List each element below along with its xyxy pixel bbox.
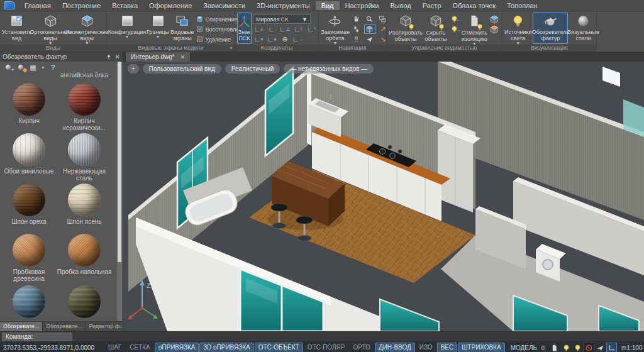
- material-item-brick-ceramic[interactable]: Кирпич керамически...: [57, 83, 112, 133]
- panel-close-icon[interactable]: ✕: [115, 53, 120, 60]
- pan-icon[interactable]: [351, 14, 362, 24]
- fly-icon[interactable]: [364, 35, 375, 44]
- ucs-angle-icon[interactable]: ∟∠: [279, 25, 291, 34]
- viewport-config-button[interactable]: Конфигурация ▼: [109, 13, 145, 44]
- material-item-ash[interactable]: Шпон ясень: [57, 184, 112, 234]
- daylight-icon[interactable]: [561, 343, 572, 352]
- toggle-dyn-input[interactable]: ДИН-ВВОД: [375, 343, 415, 352]
- help-icon[interactable]: ?: [48, 63, 58, 72]
- scale-indicator[interactable]: m1:100: [621, 344, 642, 351]
- visual-style-control[interactable]: Реалистичный: [225, 64, 280, 74]
- material-item-cork-floor[interactable]: Пробка напольная: [57, 234, 112, 285]
- iso-views-button[interactable]: Изометрические виды ▼: [69, 13, 104, 44]
- zoom-icon[interactable]: [364, 14, 375, 24]
- material-item-vinyl[interactable]: Обои виниловые: [1, 133, 57, 184]
- material-list[interactable]: английская ёлка Кирпич Кирпич керамическ…: [1, 72, 115, 322]
- material-item-brick[interactable]: Кирпич: [1, 83, 57, 133]
- menu-item-insert[interactable]: Вставка: [106, 1, 143, 10]
- tab-close-icon[interactable]: ✕: [180, 54, 186, 60]
- cursor-select-icon[interactable]: [595, 343, 606, 352]
- menu-item-raster[interactable]: Растр: [417, 1, 447, 10]
- apply-material-icon[interactable]: ◆: [16, 63, 25, 72]
- menu-item-constraints[interactable]: Зависимости: [197, 1, 251, 10]
- ucs-3point-icon[interactable]: ∟³: [306, 25, 317, 34]
- ucs-previous-icon[interactable]: ∟←: [292, 35, 304, 44]
- menu-item-topoplan[interactable]: Топоплан: [501, 1, 543, 10]
- material-item-carpet-olive[interactable]: [57, 285, 112, 322]
- tab-texture-browser[interactable]: Обозревате...: [0, 322, 43, 331]
- toggle-3d-osnap[interactable]: 3D оПРИВЯЗКА: [199, 343, 253, 352]
- unisolate-button[interactable]: Отменить изоляцию ▼: [462, 13, 487, 44]
- viewport-borders-button[interactable]: Границы ▼: [147, 13, 169, 44]
- toggle-otrack-object[interactable]: ОТС-ОБЪЕКТ: [255, 343, 303, 352]
- dependent-orbit-button[interactable]: Зависимая орбита ▼: [321, 13, 350, 44]
- toggle-otrack-polar[interactable]: ОТС-ПОЛЯР: [304, 343, 349, 352]
- bulb-arrow-right-icon[interactable]: →: [449, 25, 460, 34]
- viewport-screens-button[interactable]: Видовые экраны: [170, 13, 194, 44]
- menu-item-point-clouds[interactable]: Облака точек: [447, 1, 502, 10]
- view-mode-caret-icon[interactable]: ▼: [41, 65, 45, 70]
- toggle-iso[interactable]: ИЗО: [416, 343, 436, 352]
- dialog-launcher-icon[interactable]: ▼: [229, 45, 233, 52]
- footsteps-icon[interactable]: ‼: [351, 35, 362, 44]
- menu-item-format[interactable]: Оформление: [143, 1, 197, 10]
- menu-item-main[interactable]: Главная: [19, 1, 57, 10]
- tab-browser-2[interactable]: Обозревате...: [43, 322, 86, 331]
- ortho-views-button[interactable]: Ортогональные виды ▼: [33, 13, 68, 44]
- scrollbar-thumb[interactable]: [118, 62, 121, 262]
- command-input[interactable]: Команда:: [2, 333, 72, 341]
- render-off-icon[interactable]: [584, 343, 594, 352]
- ucs-sign-button[interactable]: Знак ПСК: [237, 13, 252, 44]
- ucs-world-icon[interactable]: ⊕: [279, 35, 291, 44]
- toggle-grid[interactable]: СЕТКА: [126, 343, 154, 352]
- group-title-viewports: Видовые экраны модели▼: [107, 45, 235, 52]
- toggle-hatch[interactable]: ШТРИХОВКА: [458, 343, 504, 352]
- visual-style-icon[interactable]: [364, 25, 375, 34]
- menu-item-view[interactable]: Вид: [316, 1, 340, 10]
- material-item-cork[interactable]: Пробковая древесина: [1, 234, 57, 285]
- menu-item-construction[interactable]: Построение: [57, 1, 106, 10]
- visual-styles-button[interactable]: Визуальные стили: [569, 13, 597, 44]
- model-space-label[interactable]: МОДЕЛЬ: [511, 344, 537, 351]
- pin-icon[interactable]: [106, 54, 112, 60]
- document-tab[interactable]: Интерьер.dwg* ✕: [126, 52, 190, 62]
- menu-item-output[interactable]: Вывод: [384, 1, 416, 10]
- view-name-control[interactable]: Пользовательский вид: [143, 64, 221, 74]
- toggle-ortho[interactable]: ОРТО: [349, 343, 374, 352]
- box-orange-icon[interactable]: [489, 25, 500, 34]
- hide-objects-button[interactable]: Скрыть объекты: [424, 13, 448, 44]
- ucs-object-icon[interactable]: ∟●: [266, 35, 277, 44]
- ucs-face-icon[interactable]: ∟▾: [253, 35, 264, 44]
- bulb-arrow-left-icon[interactable]: ←: [449, 14, 460, 24]
- lights-icon[interactable]: [572, 343, 583, 352]
- annotation-scale-icon[interactable]: [606, 343, 617, 352]
- tab-texture-editor[interactable]: Редактор ф...: [86, 322, 128, 331]
- add-viewport-button[interactable]: +: [128, 64, 139, 74]
- sheet-icon[interactable]: [549, 343, 560, 352]
- walk-icon[interactable]: [351, 25, 362, 34]
- view-mode-icon[interactable]: ▦: [28, 63, 38, 72]
- toggle-osnap[interactable]: оПРИВЯЗКА: [155, 343, 199, 352]
- isolate-objects-button[interactable]: Изолировать объекты: [389, 13, 423, 44]
- app-logo-icon[interactable]: [0, 0, 19, 11]
- light-sources-button[interactable]: Источники света ▼: [504, 13, 531, 44]
- menu-item-settings[interactable]: Настройки: [340, 1, 385, 10]
- menu-item-3d-tools[interactable]: 3D-инструменты: [251, 1, 316, 10]
- toggle-lineweight[interactable]: ВЕС: [437, 343, 458, 352]
- ucs-2point-icon[interactable]: ∟²: [292, 25, 304, 34]
- ucs-x-icon[interactable]: ∟x: [253, 25, 264, 34]
- add-material-icon[interactable]: +: [3, 63, 13, 72]
- gear-icon[interactable]: [538, 343, 548, 352]
- ucs-named-icon[interactable]: ∟: [266, 25, 277, 34]
- linked-views-control[interactable]: — нет связанных видов —: [284, 64, 374, 74]
- material-browser-button[interactable]: Обозреватель фактур: [533, 13, 568, 44]
- box-blue-icon[interactable]: [489, 14, 500, 24]
- ucs-select[interactable]: Мировая СК ▼: [253, 14, 311, 24]
- drawing-canvas[interactable]: + Пользовательский вид Реалистичный — не…: [123, 62, 644, 331]
- material-item-walnut[interactable]: Шпон ореха: [1, 184, 57, 234]
- panel-scrollbar[interactable]: [117, 62, 122, 322]
- material-item-carpet-blue[interactable]: [1, 285, 57, 322]
- set-view-button[interactable]: Установить вид: [2, 13, 31, 44]
- toggle-step[interactable]: ШАГ: [104, 343, 125, 352]
- material-item-steel[interactable]: Нержавеющая сталь: [57, 133, 112, 184]
